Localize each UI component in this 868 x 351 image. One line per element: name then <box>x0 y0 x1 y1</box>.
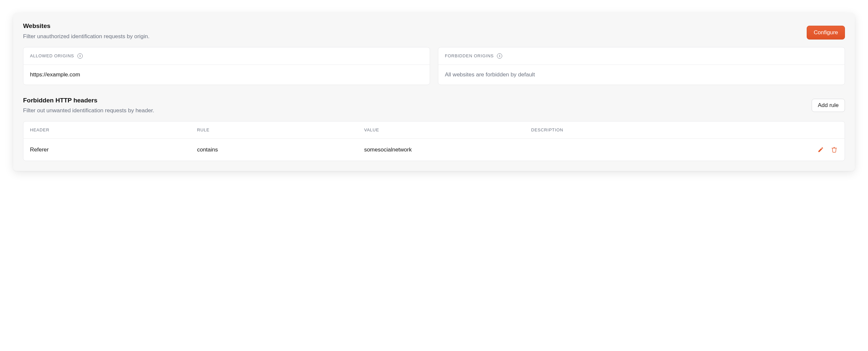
headers-table: HEADER RULE VALUE DESCRIPTION Referer co… <box>23 121 845 161</box>
col-rule: RULE <box>197 128 364 132</box>
add-rule-button[interactable]: Add rule <box>812 99 845 112</box>
http-headers-title: Forbidden HTTP headers <box>23 97 154 104</box>
delete-button[interactable] <box>831 146 838 153</box>
configure-button[interactable]: Configure <box>807 26 845 39</box>
forbidden-origins-card: FORBIDDEN ORIGINS i All websites are for… <box>438 47 845 85</box>
col-header: HEADER <box>30 128 197 132</box>
cell-rule: contains <box>197 146 364 153</box>
info-icon[interactable]: i <box>78 54 83 59</box>
info-icon[interactable]: i <box>497 54 502 59</box>
row-actions <box>799 146 838 153</box>
pencil-icon <box>817 146 824 153</box>
websites-section: Websites Filter unauthorized identificat… <box>23 23 845 85</box>
cell-header: Referer <box>30 146 197 153</box>
col-actions <box>799 128 838 132</box>
forbidden-origins-label: FORBIDDEN ORIGINS <box>445 54 494 58</box>
allowed-origin-value: https://example.com <box>30 71 423 78</box>
headers-table-head: HEADER RULE VALUE DESCRIPTION <box>23 121 845 139</box>
allowed-origins-header: ALLOWED ORIGINS i <box>23 47 430 65</box>
http-headers-subtitle: Filter out unwanted identification reque… <box>23 107 154 114</box>
cell-value: somesocialnetwork <box>364 146 531 153</box>
allowed-origins-label: ALLOWED ORIGINS <box>30 54 74 58</box>
edit-button[interactable] <box>817 146 825 153</box>
websites-section-header: Websites Filter unauthorized identificat… <box>23 23 845 40</box>
allowed-origins-card: ALLOWED ORIGINS i https://example.com <box>23 47 430 85</box>
websites-titles: Websites Filter unauthorized identificat… <box>23 23 150 40</box>
forbidden-origin-placeholder: All websites are forbidden by default <box>445 71 838 78</box>
forbidden-origins-header: FORBIDDEN ORIGINS i <box>438 47 845 65</box>
http-headers-section-header: Forbidden HTTP headers Filter out unwant… <box>23 97 845 115</box>
trash-icon <box>831 146 837 153</box>
http-headers-section: Forbidden HTTP headers Filter out unwant… <box>23 97 845 161</box>
col-description: DESCRIPTION <box>531 128 799 132</box>
table-row: Referer contains somesocialnetwork <box>23 139 845 161</box>
forbidden-origins-body: All websites are forbidden by default <box>438 65 845 84</box>
allowed-origins-body: https://example.com <box>23 65 430 84</box>
settings-panel: Websites Filter unauthorized identificat… <box>13 13 855 171</box>
origins-row: ALLOWED ORIGINS i https://example.com FO… <box>23 47 845 85</box>
websites-title: Websites <box>23 23 150 30</box>
http-headers-titles: Forbidden HTTP headers Filter out unwant… <box>23 97 154 115</box>
websites-subtitle: Filter unauthorized identification reque… <box>23 33 150 40</box>
col-value: VALUE <box>364 128 531 132</box>
